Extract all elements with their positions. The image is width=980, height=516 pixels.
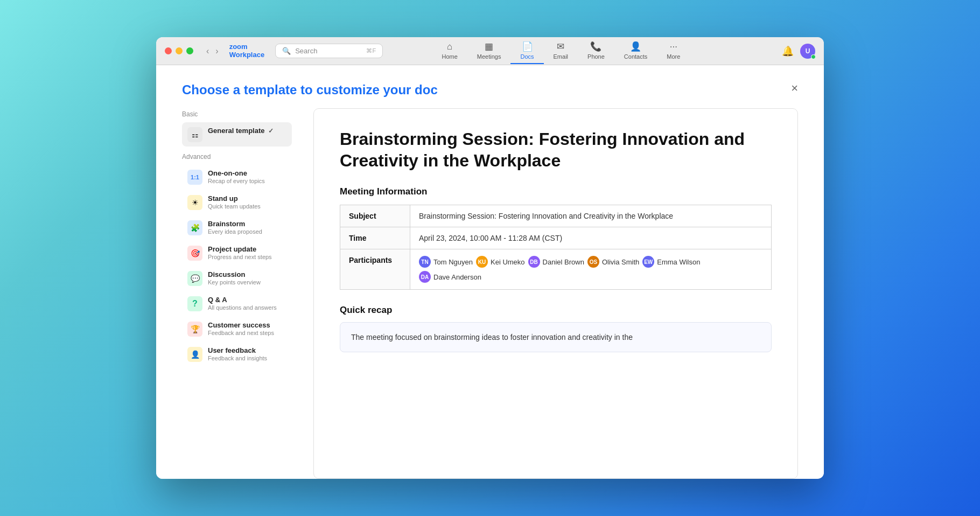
participant-name-daniel: Daniel Brown <box>543 258 584 266</box>
one-on-one-icon: 1:1 <box>187 170 202 185</box>
topnav-contacts[interactable]: 👤 Contacts <box>614 38 657 64</box>
table-row-time: Time April 23, 2024, 10:00 AM - 11:28 AM… <box>340 227 772 249</box>
main-window: ‹ › zoom Workplace 🔍 Search ⌘F ⌂ Home ▦ … <box>156 37 824 479</box>
template-item-one-on-one[interactable]: 1:1 One-on-one Recap of every topics <box>182 165 292 189</box>
avatar[interactable]: U <box>800 44 815 59</box>
top-nav: ⌂ Home ▦ Meetings 📄 Docs ✉ Email 📞 Phone… <box>432 38 690 64</box>
close-window-button[interactable] <box>165 47 172 54</box>
topnav-email[interactable]: ✉ Email <box>544 38 578 64</box>
template-item-user-feedback[interactable]: 👤 User feedback Feedback and insights <box>182 342 292 366</box>
topnav-meetings[interactable]: ▦ Meetings <box>467 38 511 64</box>
participant-name-tom: Tom Nguyen <box>433 258 473 266</box>
template-item-customer-success[interactable]: 🏆 Customer success Feedback and next ste… <box>182 317 292 341</box>
stand-up-name: Stand up <box>208 194 286 203</box>
template-item-general[interactable]: ⚏ General template ✓ <box>182 122 292 147</box>
template-item-project-update[interactable]: 🎯 Project update Progress and next steps <box>182 241 292 265</box>
qa-name: Q & A <box>208 296 286 304</box>
participant-avatar-dave: DA <box>419 271 431 283</box>
topnav-docs[interactable]: 📄 Docs <box>510 38 543 64</box>
qa-icon: ? <box>187 296 202 311</box>
more-icon: ··· <box>670 41 677 52</box>
brainstorm-name: Brainstorm <box>208 220 286 228</box>
topnav-docs-label: Docs <box>520 53 534 60</box>
topnav-phone-label: Phone <box>587 53 605 60</box>
modal-body: Basic ⚏ General template ✓ Advanced 1:1 <box>156 108 824 479</box>
modal-title: Choose a template to customize your doc <box>182 82 438 97</box>
basic-section-label: Basic <box>182 110 292 118</box>
project-update-icon: 🎯 <box>187 246 202 261</box>
titlebar: ‹ › zoom Workplace 🔍 Search ⌘F ⌂ Home ▦ … <box>156 37 824 65</box>
participant-avatar-daniel: DB <box>528 256 540 268</box>
preview-doc-title: Brainstorming Session: Fostering Innovat… <box>340 128 772 171</box>
modal-area: Choose a template to customize your doc … <box>156 65 824 479</box>
project-update-text: Project update Progress and next steps <box>208 245 286 260</box>
participant-daniel: DB Daniel Brown <box>528 256 584 268</box>
table-row-subject: Subject Brainstorming Session: Fostering… <box>340 205 772 227</box>
participant-tom: TN Tom Nguyen <box>419 256 473 268</box>
participant-olivia: OS Olivia Smith <box>587 256 639 268</box>
participant-kei: KU Kei Umeko <box>476 256 525 268</box>
topnav-phone[interactable]: 📞 Phone <box>578 38 614 64</box>
stand-up-text: Stand up Quick team updates <box>208 194 286 210</box>
discussion-name: Discussion <box>208 270 286 278</box>
participant-name-olivia: Olivia Smith <box>602 258 639 266</box>
one-on-one-text: One-on-one Recap of every topics <box>208 169 286 184</box>
discussion-text: Discussion Key points overview <box>208 270 286 285</box>
user-feedback-icon: 👤 <box>187 347 202 362</box>
template-item-discussion[interactable]: 💬 Discussion Key points overview <box>182 266 292 290</box>
participant-dave: DA Dave Anderson <box>419 271 481 283</box>
online-status-dot <box>811 54 816 59</box>
stand-up-desc: Quick team updates <box>208 203 286 210</box>
qa-desc: All questions and answers <box>208 304 286 311</box>
topnav-meetings-label: Meetings <box>477 53 501 60</box>
template-item-qa[interactable]: ? Q & A All questions and answers <box>182 291 292 316</box>
maximize-window-button[interactable] <box>186 47 193 54</box>
brainstorm-icon: 🧩 <box>187 220 202 235</box>
brainstorm-text: Brainstorm Every idea proposed <box>208 220 286 235</box>
search-icon: 🔍 <box>282 47 291 55</box>
topnav-more[interactable]: ··· More <box>657 38 690 64</box>
participants-list: TN Tom Nguyen KU Kei Umeko D <box>419 256 762 283</box>
general-template-name: General template ✓ <box>208 127 286 135</box>
selected-checkmark: ✓ <box>268 127 274 135</box>
back-button[interactable]: ‹ <box>204 45 211 57</box>
one-on-one-desc: Recap of every topics <box>208 178 286 184</box>
participant-avatar-kei: KU <box>476 256 488 268</box>
project-update-name: Project update <box>208 245 286 253</box>
topnav-home-label: Home <box>442 53 457 60</box>
nav-arrows: ‹ › <box>204 45 221 57</box>
search-bar[interactable]: 🔍 Search ⌘F <box>275 44 383 58</box>
customer-success-text: Customer success Feedback and next steps <box>208 321 286 336</box>
topnav-contacts-label: Contacts <box>624 53 647 60</box>
participants-label: Participants <box>340 249 410 290</box>
time-label: Time <box>340 227 410 249</box>
topnav-home[interactable]: ⌂ Home <box>432 38 467 64</box>
template-sidebar: Basic ⚏ General template ✓ Advanced 1:1 <box>182 108 300 479</box>
quick-recap-box: The meeting focused on brainstorming ide… <box>340 322 772 352</box>
meeting-info-heading: Meeting Information <box>340 186 772 197</box>
participant-avatar-emma: EW <box>642 256 654 268</box>
minimize-window-button[interactable] <box>176 47 183 54</box>
template-preview: Brainstorming Session: Fostering Innovat… <box>313 108 798 479</box>
participant-name-dave: Dave Anderson <box>433 273 481 281</box>
topnav-right: 🔔 U <box>782 44 815 59</box>
zoom-logo-line1: zoom <box>229 43 265 51</box>
discussion-desc: Key points overview <box>208 279 286 285</box>
general-template-icon: ⚏ <box>187 127 202 142</box>
discussion-icon: 💬 <box>187 271 202 286</box>
close-modal-button[interactable]: × <box>791 82 798 94</box>
email-icon: ✉ <box>557 41 564 52</box>
subject-label: Subject <box>340 205 410 227</box>
topnav-email-label: Email <box>554 53 569 60</box>
stand-up-icon: ☀ <box>187 195 202 210</box>
participant-avatar-olivia: OS <box>587 256 599 268</box>
user-feedback-name: User feedback <box>208 346 286 354</box>
contacts-icon: 👤 <box>630 41 641 52</box>
table-row-participants: Participants TN Tom Nguyen KU <box>340 249 772 290</box>
qa-text: Q & A All questions and answers <box>208 296 286 311</box>
time-value: April 23, 2024, 10:00 AM - 11:28 AM (CST… <box>410 227 772 249</box>
forward-button[interactable]: › <box>213 45 220 57</box>
notifications-icon[interactable]: 🔔 <box>782 45 794 57</box>
template-item-brainstorm[interactable]: 🧩 Brainstorm Every idea proposed <box>182 215 292 240</box>
template-item-stand-up[interactable]: ☀ Stand up Quick team updates <box>182 190 292 214</box>
